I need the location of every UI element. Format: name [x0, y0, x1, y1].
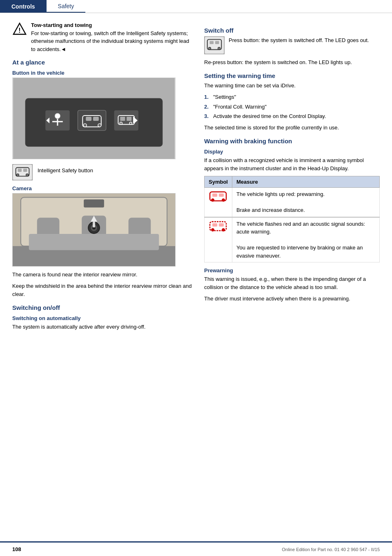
svg-rect-12	[93, 117, 99, 121]
switch-off-heading: Switch off	[204, 27, 380, 34]
switch-off-text: Press button: the system is switched off…	[229, 36, 369, 54]
table-measure-1: The vehicle lights up red: prewarning. B…	[232, 188, 379, 217]
switching-heading: Switching on/off	[12, 304, 192, 311]
at-a-glance-heading: At a glance	[12, 59, 192, 66]
display-heading: Display	[204, 149, 380, 155]
switch-off-text2: Re-press button: the system is switched …	[204, 58, 380, 67]
table-icon-cell-1	[205, 188, 232, 217]
camera-image	[12, 193, 176, 267]
svg-rect-41	[93, 222, 95, 227]
svg-rect-36	[84, 199, 104, 207]
page-footer: 108 Online Edition for Part no. 01 40 2 …	[0, 541, 392, 556]
svg-point-28	[26, 174, 29, 176]
prewarning-heading: Prewarning	[204, 267, 380, 274]
display-text: If a collision with a recognized vehicle…	[204, 156, 380, 173]
tab-controls[interactable]: Controls	[0, 0, 47, 13]
table-col-symbol: Symbol	[205, 176, 232, 188]
svg-rect-45	[215, 41, 219, 44]
table-row: The vehicle lights up red: prewarning. B…	[205, 188, 380, 217]
switching-auto-heading: Switching on automatically	[12, 315, 192, 321]
intelligent-safety-button-row: Intelligent Safety button	[12, 164, 192, 180]
switch-off-box: Press button: the system is switched off…	[204, 36, 380, 54]
isb-label: Intelligent Safety button	[38, 167, 93, 175]
svg-point-14	[98, 124, 101, 127]
svg-point-51	[212, 199, 214, 202]
page-header: Controls Safety	[0, 0, 392, 13]
svg-point-13	[83, 124, 87, 127]
camera-text2: Keep the windshield in the area behind t…	[12, 282, 192, 298]
svg-rect-17	[120, 117, 125, 121]
svg-text:!: !	[18, 27, 20, 34]
warning-table: Symbol Measure	[204, 176, 380, 262]
svg-rect-18	[127, 117, 131, 121]
tab-safety[interactable]: Safety	[47, 0, 86, 13]
svg-point-56	[212, 228, 214, 231]
svg-rect-49	[212, 193, 217, 197]
table-measure-2: The vehicle flashes red and an acoustic …	[232, 217, 379, 262]
page-number: 108	[12, 546, 21, 552]
table-row: The vehicle flashes red and an acoustic …	[205, 217, 380, 262]
warning-text: Tow-starting and towing For tow-starting…	[31, 21, 192, 53]
switch-off-icon	[204, 36, 225, 54]
footer-info: Online Edition for Part no. 01 40 2 960 …	[282, 547, 380, 552]
svg-rect-9	[78, 110, 106, 131]
svg-point-5	[55, 113, 60, 119]
left-column: ! Tow-starting and towing For tow-starti…	[12, 21, 192, 335]
svg-rect-55	[219, 223, 224, 227]
step-2: 2. "Frontal Coll. Warning"	[204, 103, 380, 111]
svg-rect-54	[212, 223, 217, 227]
svg-point-19	[120, 122, 122, 125]
svg-rect-35	[29, 234, 159, 250]
settings-steps: 1. "Settings" 2. "Frontal Coll. Warning"…	[204, 93, 380, 120]
svg-rect-44	[209, 41, 214, 44]
warning-triangle-icon: !	[12, 22, 27, 37]
step-3: 3. Activate the desired time on the Cont…	[204, 112, 380, 120]
step-1: 1. "Settings"	[204, 93, 380, 101]
svg-point-47	[218, 47, 220, 50]
prewarning-text1: This warning is issued, e.g., when there…	[204, 275, 380, 291]
prewarning-text2: The driver must intervene actively when …	[204, 295, 380, 303]
svg-point-46	[209, 47, 211, 50]
camera-heading: Camera	[12, 185, 192, 191]
right-column: Switch off Press button: the system is s…	[204, 21, 380, 335]
button-in-vehicle-heading: Button in the vehicle	[12, 70, 192, 76]
warning-box: ! Tow-starting and towing For tow-starti…	[12, 21, 192, 53]
svg-point-20	[129, 122, 132, 125]
svg-point-52	[222, 199, 225, 202]
main-content: ! Tow-starting and towing For tow-starti…	[0, 13, 392, 343]
svg-rect-25	[18, 169, 22, 172]
svg-point-27	[17, 174, 19, 176]
switching-auto-text: The system is automatically active after…	[12, 323, 192, 331]
warning-braking-heading: Warning with braking function	[204, 138, 380, 145]
svg-rect-11	[86, 117, 91, 121]
table-col-measure: Measure	[232, 176, 379, 188]
setting-warning-note: The selected time is stored for the prof…	[204, 124, 380, 132]
setting-warning-intro: The warning time can be set via iDrive.	[204, 82, 380, 90]
isb-icon	[12, 164, 33, 180]
svg-point-57	[222, 228, 225, 231]
camera-text1: The camera is found near the interior re…	[12, 271, 192, 279]
vehicle-button-image	[12, 78, 176, 159]
svg-rect-50	[219, 193, 224, 197]
setting-warning-heading: Setting the warning time	[204, 72, 380, 79]
svg-rect-26	[23, 169, 27, 172]
table-icon-cell-2	[205, 217, 232, 262]
